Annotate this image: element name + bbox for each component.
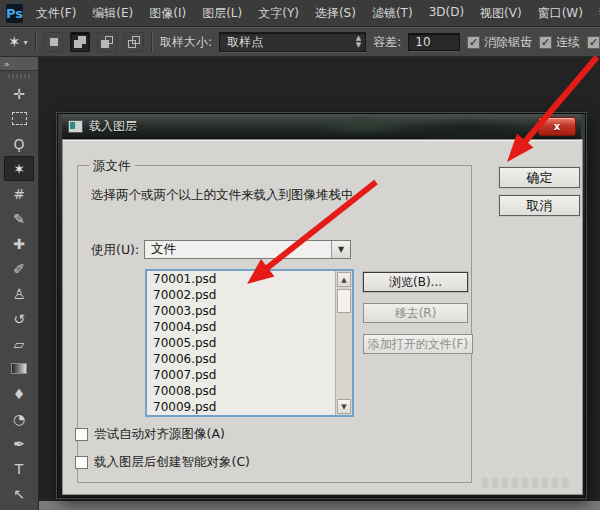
checkmark-icon: ✓: [539, 36, 552, 49]
use-label: 使用(U):: [91, 242, 139, 259]
cancel-button[interactable]: 取消: [499, 195, 580, 216]
magic-wand-icon: ✶: [8, 33, 21, 51]
add-to-selection-button[interactable]: [70, 32, 90, 52]
add-open-files-button[interactable]: 添加打开的文件(F): [363, 334, 473, 354]
separator: [151, 32, 153, 52]
gradient-tool[interactable]: [4, 356, 34, 381]
checkbox-icon: [75, 428, 88, 441]
square-icon: [78, 36, 86, 44]
anti-alias-label: 消除锯齿: [484, 34, 532, 51]
blur-tool[interactable]: ♦: [4, 381, 34, 406]
menu-item[interactable]: 图像(I): [149, 5, 186, 22]
tolerance-label: 容差:: [373, 34, 401, 51]
options-bar: ✶ ▾ 取样大小: 取样点 ▲▼ 容差: 10 ✓ 消除锯齿: [0, 27, 600, 57]
checkmark-icon: ✓: [587, 36, 600, 49]
intersect-selection-button[interactable]: [124, 32, 144, 52]
menu-item[interactable]: 3D(D): [429, 5, 464, 22]
magic-wand-tool[interactable]: ✶: [4, 156, 34, 181]
load-layers-dialog: 载入图层 x 源文件 选择两个或两个以上的文件来载入到图像堆栈中。 使用(U):…: [57, 113, 586, 498]
stepper-icon: ▲▼: [356, 35, 361, 49]
file-list[interactable]: 70001.psd70002.psd70003.psd70004.psd7000…: [145, 269, 354, 417]
use-dropdown[interactable]: 文件 ▼: [144, 240, 351, 259]
menu-item[interactable]: 选择(S): [315, 5, 356, 22]
list-item[interactable]: 70003.psd: [147, 303, 352, 319]
menu-item[interactable]: 文字(Y): [258, 5, 299, 22]
list-item[interactable]: 70001.psd: [147, 271, 352, 287]
square-outline-icon: [105, 36, 113, 44]
eyedropper-tool[interactable]: ✎: [4, 206, 34, 231]
scrollbar-thumb[interactable]: [337, 289, 351, 313]
menu-bar: Ps 文件(F)编辑(E)图像(I)图层(L)文字(Y)选择(S)滤镜(T)3D…: [0, 0, 600, 27]
menu-item[interactable]: 窗口(W): [538, 5, 583, 22]
menu-item[interactable]: 文件(F): [36, 5, 76, 22]
checkbox-icon: [75, 456, 88, 469]
status-strip: [38, 501, 600, 510]
close-button[interactable]: x: [538, 117, 576, 136]
menu-items: 文件(F)编辑(E)图像(I)图层(L)文字(Y)选择(S)滤镜(T)3D(D)…: [36, 5, 600, 22]
remove-button[interactable]: 移去(R): [363, 303, 468, 323]
separator: [35, 32, 37, 52]
scroll-down-icon[interactable]: ▼: [337, 399, 351, 414]
tolerance-input[interactable]: 10: [408, 33, 460, 51]
dialog-title-bar[interactable]: 载入图层 x: [62, 114, 581, 139]
lasso-tool[interactable]: Ϙ: [4, 131, 34, 156]
photoshop-logo: Ps: [6, 4, 23, 23]
chevron-down-icon: ▼: [331, 241, 350, 258]
rectangular-marquee-tool[interactable]: [4, 106, 34, 131]
clone-stamp-tool[interactable]: ♙: [4, 281, 34, 306]
menu-item[interactable]: 滤镜(T): [372, 5, 413, 22]
watermark: [482, 478, 572, 488]
menu-item[interactable]: 图层(L): [202, 5, 242, 22]
group-title: 源文件: [89, 158, 135, 175]
pen-tool[interactable]: ✒: [4, 431, 34, 456]
menu-item[interactable]: 视图(V): [480, 5, 522, 22]
sample-size-value: 取样点: [227, 34, 263, 51]
list-item[interactable]: 70008.psd: [147, 383, 352, 399]
anti-alias-checkbox[interactable]: ✓ 消除锯齿: [467, 34, 532, 51]
dialog-title: 载入图层: [89, 118, 137, 135]
sample-size-label: 取样大小:: [160, 34, 212, 51]
sample-all-layers-checkbox[interactable]: ✓: [587, 36, 600, 49]
list-item[interactable]: 70005.psd: [147, 335, 352, 351]
panel-grip[interactable]: [8, 74, 30, 79]
auto-align-checkbox[interactable]: 尝试自动对齐源图像(A): [75, 426, 225, 443]
crop-tool[interactable]: #: [4, 181, 34, 206]
square-icon: [50, 38, 58, 46]
new-selection-button[interactable]: [44, 32, 64, 52]
type-tool[interactable]: T: [4, 456, 34, 481]
dialog-icon: [68, 120, 83, 133]
brush-tool[interactable]: ✐: [4, 256, 34, 281]
menu-item[interactable]: 编辑(E): [92, 5, 133, 22]
use-dropdown-value: 文件: [145, 241, 331, 258]
path-selection-tool[interactable]: ↖: [4, 481, 34, 506]
square-outline-icon: [132, 36, 140, 44]
dialog-body: 源文件 选择两个或两个以上的文件来载入到图像堆栈中。 使用(U): 文件 ▼ 7…: [62, 139, 583, 495]
sample-size-select[interactable]: 取样点 ▲▼: [219, 32, 366, 52]
tools-panel: » ✛Ϙ✶#✎✚✐♙↺▱♦◔✒T↖: [0, 57, 39, 510]
ok-button[interactable]: 确定: [499, 167, 580, 188]
tool-buttons: ✛Ϙ✶#✎✚✐♙↺▱♦◔✒T↖: [4, 81, 34, 506]
collapse-panel-button[interactable]: »: [0, 57, 38, 71]
list-item[interactable]: 70009.psd: [147, 399, 352, 415]
eraser-tool[interactable]: ▱: [4, 331, 34, 356]
list-item[interactable]: 70004.psd: [147, 319, 352, 335]
group-description: 选择两个或两个以上的文件来载入到图像堆栈中。: [91, 187, 366, 204]
healing-brush-tool[interactable]: ✚: [4, 231, 34, 256]
subtract-from-selection-button[interactable]: [97, 32, 117, 52]
tool-preset-picker[interactable]: ✶ ▾: [8, 33, 28, 51]
list-item[interactable]: 70007.psd: [147, 367, 352, 383]
scrollbar[interactable]: ▲ ▼: [335, 271, 352, 415]
auto-align-label: 尝试自动对齐源图像(A): [94, 426, 225, 443]
history-brush-tool[interactable]: ↺: [4, 306, 34, 331]
move-tool[interactable]: ✛: [4, 81, 34, 106]
contiguous-checkbox[interactable]: ✓ 连续: [539, 34, 580, 51]
contiguous-label: 连续: [556, 34, 580, 51]
list-item[interactable]: 70006.psd: [147, 351, 352, 367]
scroll-up-icon[interactable]: ▲: [337, 272, 351, 287]
photoshop-window: Ps 文件(F)编辑(E)图像(I)图层(L)文字(Y)选择(S)滤镜(T)3D…: [0, 0, 600, 510]
smart-object-label: 载入图层后创建智能对象(C): [94, 454, 250, 471]
dodge-tool[interactable]: ◔: [4, 406, 34, 431]
browse-button[interactable]: 浏览(B)...: [363, 272, 468, 292]
smart-object-checkbox[interactable]: 载入图层后创建智能对象(C): [75, 454, 250, 471]
list-item[interactable]: 70002.psd: [147, 287, 352, 303]
